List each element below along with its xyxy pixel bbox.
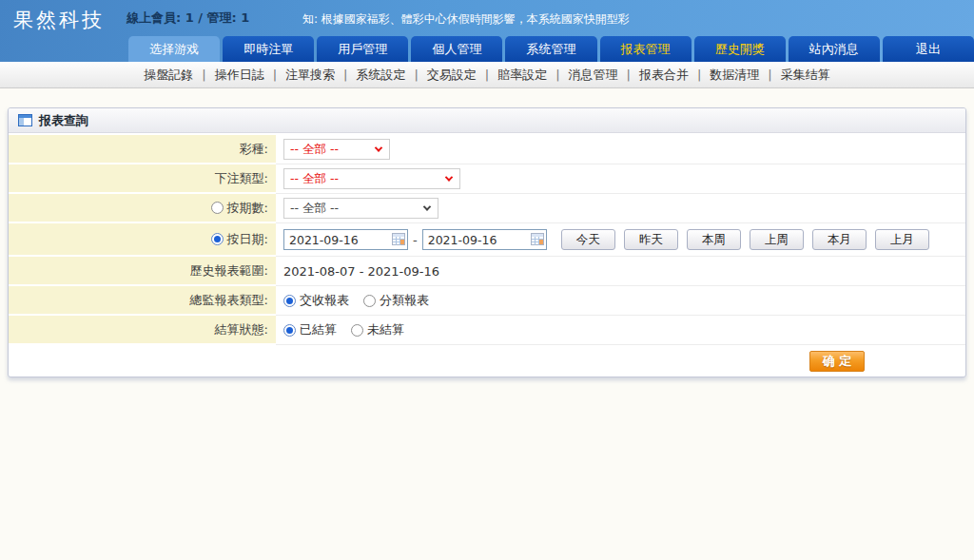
row-settle-status: 結算狀態: 已結算 未結算 (9, 316, 965, 345)
main-content: 报表查詢 彩種: -- 全部 -- 下注類型: (0, 88, 974, 377)
date-from-input[interactable] (284, 230, 407, 249)
this-month-button[interactable]: 本月 (812, 229, 867, 250)
history-range-label: 歷史報表範圍: (190, 262, 268, 280)
period-selected-value: -- 全部 -- (290, 201, 339, 217)
query-form: 彩種: -- 全部 -- 下注類型: -- 全部 -- (9, 133, 965, 377)
submenu-item-report-merge[interactable]: 报表合并 (631, 67, 697, 84)
submenu-item-collect-settle[interactable]: 采集结算 (772, 67, 839, 84)
settle-status-label: 結算狀態: (215, 321, 268, 338)
row-report-type: 總監報表類型: 交收報表 分類報表 (9, 286, 965, 316)
chevron-down-icon (445, 173, 453, 181)
submenu-item-trade-records[interactable]: 操盤記錄 (135, 67, 202, 84)
report-type-option-category[interactable]: 分類報表 (363, 292, 429, 309)
this-week-button[interactable]: 本周 (687, 229, 741, 250)
submenu-item-system-settings[interactable]: 系统設定 (347, 67, 414, 84)
date-to-box (422, 229, 547, 250)
row-submit: 确 定 (9, 345, 965, 377)
last-week-button[interactable]: 上周 (750, 229, 804, 250)
report-type-option-settlement[interactable]: 交收報表 (283, 292, 349, 309)
submenu-item-odds-settings[interactable]: 賠率設定 (489, 67, 555, 84)
unsettled-radio[interactable] (351, 324, 363, 337)
settled-radio[interactable] (283, 324, 296, 337)
lottery-type-label: 彩種: (240, 141, 268, 158)
period-select[interactable]: -- 全部 -- (283, 198, 438, 219)
tab-site-messages[interactable]: 站內消息 (789, 36, 880, 62)
row-lottery-type: 彩種: -- 全部 -- (9, 135, 965, 164)
report-query-panel: 报表查詢 彩種: -- 全部 -- 下注類型: (8, 107, 966, 377)
category-report-label: 分類報表 (380, 292, 429, 309)
calendar-icon[interactable] (531, 233, 544, 245)
date-to-input[interactable] (423, 230, 546, 249)
chevron-down-icon (423, 203, 431, 210)
bet-type-selected-value: -- 全部 -- (290, 171, 339, 187)
report-type-label: 總監報表類型: (190, 292, 268, 309)
tab-user-management[interactable]: 用戶管理 (317, 36, 408, 62)
settlement-report-radio[interactable] (283, 295, 296, 307)
bet-type-label: 下注類型: (215, 170, 268, 187)
tab-report-management[interactable]: 报表管理 (600, 36, 692, 62)
calendar-icon[interactable] (392, 233, 405, 245)
by-period-radio[interactable] (211, 202, 224, 214)
main-nav-tabs: 选择游戏 即時注單 用戶管理 個人管理 系统管理 报表管理 歷史開獎 站內消息 … (128, 36, 974, 62)
history-range-value: 2021-08-07 - 2021-09-16 (283, 264, 439, 279)
tab-logout[interactable]: 退出 (883, 36, 974, 62)
submenu-item-data-cleanup[interactable]: 数据清理 (701, 67, 768, 84)
submenu-bar: 操盤記錄 | 操作日誌 | 注單搜索 | 系统設定 | 交易設定 | 賠率設定 … (0, 62, 974, 88)
panel-header: 报表查詢 (9, 108, 965, 133)
app-logo: 果然科技 (13, 7, 105, 33)
notice-marquee: 知: 根據國家福彩、體彩中心休假時間影響，本系統國家快開型彩 (302, 11, 683, 28)
date-range-separator: - (413, 233, 418, 247)
lottery-type-selected-value: -- 全部 -- (290, 142, 339, 158)
submenu-item-bet-search[interactable]: 注單搜索 (277, 67, 343, 84)
submenu-item-message-management[interactable]: 消息管理 (560, 67, 627, 84)
unsettled-label: 未結算 (367, 321, 404, 338)
quick-date-buttons: 今天 昨天 本周 上周 本月 上月 (561, 229, 929, 250)
tab-system-management[interactable]: 系统管理 (505, 36, 596, 62)
tab-live-bets[interactable]: 即時注單 (223, 36, 314, 62)
settled-label: 已結算 (300, 321, 337, 338)
app-header: 果然科技 線上會員: 1 / 管理: 1 知: 根據國家福彩、體彩中心休假時間影… (0, 0, 974, 62)
chevron-down-icon (375, 144, 382, 151)
category-report-radio[interactable] (363, 295, 376, 307)
date-from-box (283, 229, 408, 250)
row-history-range: 歷史報表範圍: 2021-08-07 - 2021-09-16 (9, 257, 965, 286)
submenu-item-trade-settings[interactable]: 交易設定 (419, 67, 485, 84)
bet-type-select[interactable]: -- 全部 -- (283, 168, 460, 189)
yesterday-button[interactable]: 昨天 (624, 229, 678, 250)
submenu-item-operation-log[interactable]: 操作日誌 (206, 67, 273, 84)
panel-title: 报表查詢 (39, 112, 88, 129)
row-bet-type: 下注類型: -- 全部 -- (9, 164, 965, 194)
confirm-button[interactable]: 确 定 (809, 351, 865, 372)
tab-select-game[interactable]: 选择游戏 (128, 36, 220, 62)
row-by-date: 按日期: - (9, 223, 965, 257)
by-period-label: 按期數: (227, 200, 268, 217)
last-month-button[interactable]: 上月 (875, 229, 929, 250)
row-by-period: 按期數: -- 全部 -- (9, 194, 965, 223)
by-date-label: 按日期: (227, 231, 268, 248)
settle-status-option-settled[interactable]: 已結算 (283, 321, 337, 338)
today-button[interactable]: 今天 (561, 229, 615, 250)
online-stats: 線上會員: 1 / 管理: 1 (127, 10, 249, 27)
by-date-radio[interactable] (211, 233, 224, 245)
lottery-type-select[interactable]: -- 全部 -- (283, 139, 390, 160)
settlement-report-label: 交收報表 (300, 292, 349, 309)
settle-status-option-unsettled[interactable]: 未結算 (351, 321, 404, 338)
report-icon (18, 114, 32, 126)
tab-history-draws[interactable]: 歷史開獎 (694, 36, 786, 62)
tab-personal-management[interactable]: 個人管理 (411, 36, 502, 62)
